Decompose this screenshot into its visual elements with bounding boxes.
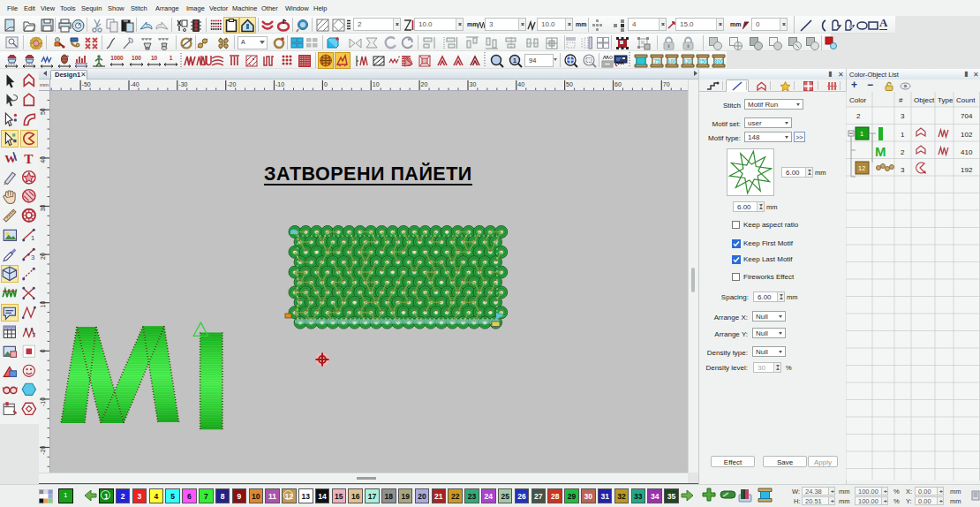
svg-text:410: 410 <box>961 148 973 156</box>
svg-text:2: 2 <box>901 148 905 156</box>
svg-text:12: 12 <box>858 164 865 172</box>
svg-text:20: 20 <box>40 253 46 260</box>
svg-text:192: 192 <box>961 166 973 174</box>
svg-text:-40: -40 <box>131 81 139 87</box>
svg-text:1: 1 <box>513 57 516 64</box>
svg-text:-10: -10 <box>275 81 284 87</box>
svg-text:3: 3 <box>901 166 905 174</box>
svg-text:75: 75 <box>653 58 660 64</box>
svg-text:Object: Object <box>914 96 935 104</box>
svg-text:100: 100 <box>132 55 141 61</box>
svg-text:50: 50 <box>566 81 573 87</box>
svg-text:70: 70 <box>663 81 670 87</box>
svg-text:Type: Type <box>938 96 954 104</box>
svg-text:10: 10 <box>373 81 380 87</box>
svg-text:7: 7 <box>32 331 35 339</box>
svg-text:20: 20 <box>421 81 428 87</box>
svg-text:50: 50 <box>40 108 46 115</box>
svg-text:40: 40 <box>517 81 524 87</box>
svg-text:1: 1 <box>901 131 905 139</box>
svg-text:-10: -10 <box>40 397 46 406</box>
svg-text:100: 100 <box>667 58 677 64</box>
svg-text:40: 40 <box>40 156 46 163</box>
svg-text:250: 250 <box>698 58 708 64</box>
svg-text:0: 0 <box>40 349 46 352</box>
svg-text:704: 704 <box>961 112 973 120</box>
svg-text:1000: 1000 <box>110 55 124 61</box>
svg-text:120: 120 <box>683 58 693 64</box>
svg-text:#: # <box>899 96 903 104</box>
svg-text:1: 1 <box>860 130 863 138</box>
svg-text:10: 10 <box>40 301 46 308</box>
svg-text:Count: Count <box>956 96 976 104</box>
svg-text:1: 1 <box>31 235 34 243</box>
svg-text:60: 60 <box>614 81 622 87</box>
svg-text:300: 300 <box>714 58 724 64</box>
svg-text:Color: Color <box>849 96 866 104</box>
svg-text:30: 30 <box>470 81 477 87</box>
svg-text:30: 30 <box>40 204 46 211</box>
svg-text:1: 1 <box>170 55 173 61</box>
svg-text:-20: -20 <box>227 81 236 87</box>
svg-text:-50: -50 <box>82 81 91 87</box>
svg-text:-30: -30 <box>178 81 187 87</box>
svg-text:0: 0 <box>324 81 328 87</box>
svg-text:T: T <box>24 150 34 165</box>
svg-text:3: 3 <box>901 112 905 120</box>
svg-text:-20: -20 <box>40 445 46 454</box>
svg-text:3: 3 <box>31 254 34 261</box>
svg-text:2: 2 <box>856 112 861 120</box>
svg-text:10: 10 <box>151 55 158 61</box>
svg-text:M: M <box>875 144 886 159</box>
svg-text:102: 102 <box>961 131 973 139</box>
